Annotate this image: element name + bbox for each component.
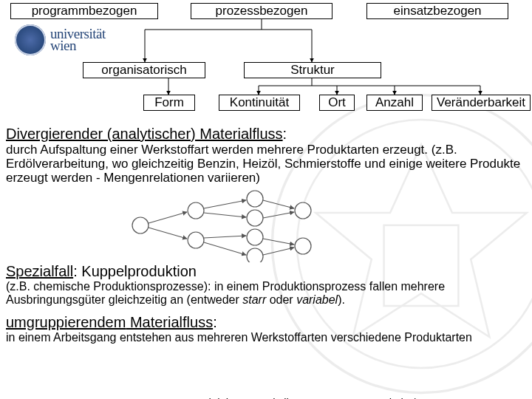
node-veraenderbarkeit: Veränderbarkeit [432,95,531,111]
node-ort: Ort [319,95,355,111]
svg-point-17 [247,191,263,207]
node-anzahl: Anzahl [366,95,423,111]
node-kontinuitaet: Kontinuität [219,95,300,111]
svg-point-22 [295,238,311,254]
svg-point-21 [295,202,311,219]
svg-point-16 [188,232,204,248]
heading-divergierender-text: Divergierender (analytischer) Materialfl… [6,126,283,142]
svg-line-29 [263,200,294,208]
svg-point-19 [247,229,263,245]
node-programmbezogen: programmbezogen [10,3,158,19]
logo-universitaet-wien: universität wien [15,24,163,56]
svg-line-28 [204,242,246,255]
footer-right: Kapitel 1/30 [369,396,428,399]
body-divergierender: durch Aufspaltung einer Werkstoffart wer… [6,143,526,185]
svg-line-30 [263,212,294,218]
svg-line-23 [149,212,187,223]
heading-spezialfall: Spezialfall: Kuppelproduktion [6,263,526,280]
diverging-flow-diagram [126,188,318,262]
node-form: Form [143,95,195,111]
svg-line-24 [149,228,187,239]
svg-line-25 [204,200,246,208]
footer-left: EK Produktion & Logistik [170,396,292,399]
node-struktur: Struktur [244,62,381,78]
svg-line-31 [263,239,294,245]
node-prozessbezogen: prozessbezogen [191,3,332,19]
svg-point-14 [132,217,149,233]
svg-point-18 [247,210,263,226]
heading-umgruppierend-b: Materialfluss [126,314,213,330]
heading-umgruppierend-a: umgruppierendem [6,314,126,330]
svg-line-26 [204,213,246,217]
heading-umgruppierend: umgruppierendem Materialfluss: [6,314,526,331]
logo-text: universität wien [50,28,106,51]
svg-point-20 [247,248,263,262]
body-umgruppierend: in einem Arbeitsgang entstehen aus mehre… [6,331,526,344]
heading-divergierender: Divergierender (analytischer) Materialfl… [6,126,526,143]
heading-spezialfall-b: : Kuppelproduktion [73,263,197,279]
body-spezialfall: (z.B. chemische Produktionsprozesse): in… [6,280,526,307]
logo-seal-icon [15,24,46,55]
logo-line2: wien [50,40,106,52]
svg-line-27 [204,236,246,238]
heading-spezialfall-a: Spezialfall [6,263,73,279]
svg-line-32 [263,248,294,255]
logo-line1: universität [50,28,106,40]
node-einsatzbezogen: einsatzbezogen [366,3,508,19]
node-organisatorisch: organisatorisch [83,62,205,78]
svg-point-15 [188,202,204,219]
